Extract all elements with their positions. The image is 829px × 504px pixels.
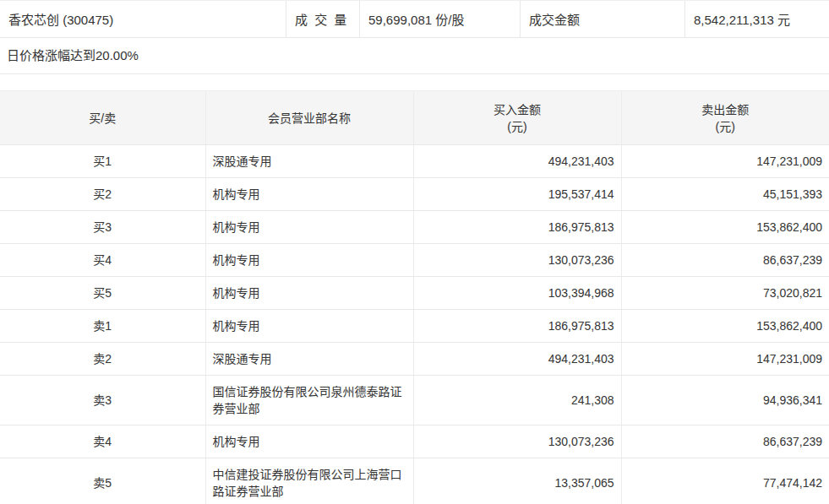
volume-value: 59,699,081 份/股 xyxy=(359,1,520,37)
rank-cell: 买5 xyxy=(0,277,205,310)
buy-amount-cell: 195,537,414 xyxy=(413,178,621,211)
table-row: 卖1 机构专用 186,975,813 153,862,400 xyxy=(0,310,829,343)
sell-amount-cell: 45,151,393 xyxy=(621,178,829,211)
price-limit-notice: 日价格涨幅达到20.00% xyxy=(0,38,829,74)
buy-amount-cell: 186,975,813 xyxy=(413,211,621,244)
buy-amount-header-unit: (元) xyxy=(414,118,621,135)
rank-cell: 买4 xyxy=(0,244,205,277)
table-row: 买1 深股通专用 494,231,403 147,231,009 xyxy=(0,145,829,178)
sell-amount-cell: 153,862,400 xyxy=(621,211,829,244)
table-row: 买5 机构专用 103,394,968 73,020,821 xyxy=(0,277,829,310)
table-row: 卖5 中信建投证券股份有限公司上海营口路证券营业部 13,357,065 77,… xyxy=(0,458,829,504)
column-header-sell-amount: 卖出金额 (元) xyxy=(621,91,829,145)
sell-amount-cell: 147,231,009 xyxy=(621,343,829,376)
buy-amount-cell: 494,231,403 xyxy=(413,145,621,178)
rank-cell: 买3 xyxy=(0,211,205,244)
buy-amount-cell: 13,357,065 xyxy=(413,458,621,504)
column-header-broker-name: 会员营业部名称 xyxy=(205,91,413,145)
turnover-value: 8,542,211,313 元 xyxy=(684,1,829,37)
table-row: 卖3 国信证券股份有限公司泉州德泰路证券营业部 241,308 94,936,3… xyxy=(0,376,829,425)
rank-cell: 卖5 xyxy=(0,458,205,504)
stock-summary-bar: 香农芯创 (300475) 成 交 量 59,699,081 份/股 成交金额 … xyxy=(0,0,829,38)
sell-amount-cell: 147,231,009 xyxy=(621,145,829,178)
rank-cell: 卖2 xyxy=(0,343,205,376)
broker-name-cell: 机构专用 xyxy=(205,277,413,310)
rank-cell: 买2 xyxy=(0,178,205,211)
broker-name-cell: 机构专用 xyxy=(205,211,413,244)
table-row: 卖2 深股通专用 494,231,403 147,231,009 xyxy=(0,343,829,376)
volume-label: 成 交 量 xyxy=(286,1,359,37)
column-header-buy-sell: 买/卖 xyxy=(0,91,205,145)
buy-amount-cell: 103,394,968 xyxy=(413,277,621,310)
broker-name-cell: 中信建投证券股份有限公司上海营口路证券营业部 xyxy=(205,458,413,504)
rank-cell: 卖3 xyxy=(0,376,205,425)
buy-amount-cell: 130,073,236 xyxy=(413,244,621,277)
buy-amount-cell: 494,231,403 xyxy=(413,343,621,376)
broker-name-cell: 深股通专用 xyxy=(205,145,413,178)
buy-amount-header-label: 买入金额 xyxy=(414,101,621,118)
broker-name-cell: 机构专用 xyxy=(205,310,413,343)
sell-amount-cell: 73,020,821 xyxy=(621,277,829,310)
table-row: 买4 机构专用 130,073,236 86,637,239 xyxy=(0,244,829,277)
sell-amount-cell: 77,474,142 xyxy=(621,458,829,504)
broker-name-cell: 深股通专用 xyxy=(205,343,413,376)
column-header-buy-amount: 买入金额 (元) xyxy=(413,91,621,145)
table-body: 买1 深股通专用 494,231,403 147,231,009 买2 机构专用… xyxy=(0,145,829,504)
table-head: 买/卖 会员营业部名称 买入金额 (元) 卖出金额 (元) xyxy=(0,91,829,145)
rank-cell: 卖4 xyxy=(0,425,205,458)
sell-amount-cell: 94,936,341 xyxy=(621,376,829,425)
broker-name-cell: 机构专用 xyxy=(205,425,413,458)
buy-amount-cell: 186,975,813 xyxy=(413,310,621,343)
sell-amount-header-label: 卖出金额 xyxy=(622,101,829,118)
sell-amount-cell: 86,637,239 xyxy=(621,244,829,277)
sell-amount-header-unit: (元) xyxy=(622,118,829,135)
rank-cell: 卖1 xyxy=(0,310,205,343)
table-row: 卖4 机构专用 130,073,236 86,637,239 xyxy=(0,425,829,458)
broker-name-cell: 机构专用 xyxy=(205,178,413,211)
rank-cell: 买1 xyxy=(0,145,205,178)
sell-amount-cell: 153,862,400 xyxy=(621,310,829,343)
broker-seats-table: 买/卖 会员营业部名称 买入金额 (元) 卖出金额 (元) 买1 深股通专用 4… xyxy=(0,90,829,504)
broker-name-cell: 机构专用 xyxy=(205,244,413,277)
stock-title: 香农芯创 (300475) xyxy=(0,1,286,37)
table-header-row: 买/卖 会员营业部名称 买入金额 (元) 卖出金额 (元) xyxy=(0,91,829,145)
dragon-tiger-list-page: 香农芯创 (300475) 成 交 量 59,699,081 份/股 成交金额 … xyxy=(0,0,829,504)
buy-amount-cell: 130,073,236 xyxy=(413,425,621,458)
table-row: 买2 机构专用 195,537,414 45,151,393 xyxy=(0,178,829,211)
turnover-label: 成交金额 xyxy=(520,1,684,37)
broker-name-cell: 国信证券股份有限公司泉州德泰路证券营业部 xyxy=(205,376,413,425)
buy-amount-cell: 241,308 xyxy=(413,376,621,425)
table-row: 买3 机构专用 186,975,813 153,862,400 xyxy=(0,211,829,244)
sell-amount-cell: 86,637,239 xyxy=(621,425,829,458)
